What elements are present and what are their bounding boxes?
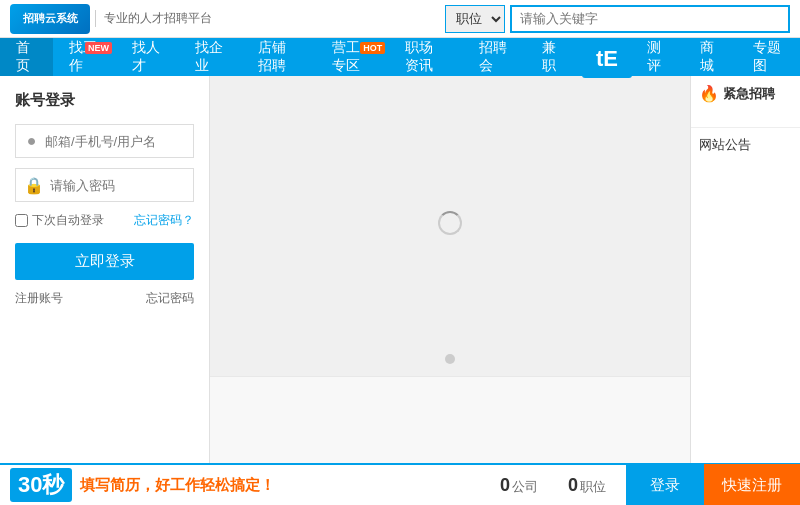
register-link[interactable]: 注册账号 <box>15 290 63 307</box>
bottom-buttons: 登录 快速注册 <box>626 464 800 505</box>
notice-title: 网站公告 <box>699 136 792 154</box>
search-input[interactable] <box>510 5 790 33</box>
job-count: 0 <box>568 475 578 496</box>
main-nav: 首页 找工作 NEW 找人才 找企业 店铺招聘 营工专区 HOT 职场资讯 招聘… <box>0 38 800 76</box>
loading-spinner <box>438 211 462 235</box>
forgot-link-bottom[interactable]: 忘记密码 <box>146 290 194 307</box>
banner-area <box>210 76 690 376</box>
nav-item-yingong[interactable]: 营工专区 HOT <box>316 38 390 76</box>
urgent-title: 紧急招聘 <box>723 85 775 103</box>
email-field[interactable] <box>45 134 185 149</box>
fire-icon: 🔥 <box>699 84 719 103</box>
right-panel: 🔥 紧急招聘 网站公告 <box>690 76 800 466</box>
nav-item-mall[interactable]: 商城 <box>684 38 737 76</box>
remember-checkbox[interactable] <box>15 214 28 227</box>
new-badge: NEW <box>85 42 112 54</box>
nav-item-talent[interactable]: 找人才 <box>116 38 179 76</box>
stats-area: 0 公司 0 职位 <box>480 475 626 496</box>
website-notice: 网站公告 <box>691 127 800 162</box>
lock-icon: 🔒 <box>24 175 44 195</box>
nav-item-news[interactable]: 职场资讯 <box>389 38 463 76</box>
logo-icon: 招聘云系统 <box>10 4 90 34</box>
password-input-group: 🔒 <box>15 168 194 202</box>
remember-row: 下次自动登录 忘记密码？ <box>15 212 194 229</box>
login-button[interactable]: 立即登录 <box>15 243 194 280</box>
bottom-promo: 30秒 填写简历，好工作轻松搞定！ <box>0 468 480 502</box>
job-stat: 0 职位 <box>568 475 606 496</box>
urgent-recruit: 🔥 紧急招聘 <box>691 76 800 119</box>
nav-item-jobs[interactable]: 找工作 NEW <box>53 38 116 76</box>
email-input-group: ● <box>15 124 194 158</box>
nav-item-enterprise[interactable]: 找企业 <box>179 38 242 76</box>
te-badge: tE <box>582 40 632 78</box>
remember-label[interactable]: 下次自动登录 <box>15 212 104 229</box>
login-links: 注册账号 忘记密码 <box>15 290 194 307</box>
job-label: 职位 <box>580 478 606 496</box>
company-count: 0 <box>500 475 510 496</box>
logo: 招聘云系统 专业的人才招聘平台 <box>10 4 212 34</box>
bottom-login-button[interactable]: 登录 <box>626 464 704 505</box>
center-content <box>210 76 690 466</box>
login-title: 账号登录 <box>15 91 194 110</box>
password-field[interactable] <box>50 178 190 193</box>
timer-badge: 30秒 <box>10 468 72 502</box>
bottom-bar: 30秒 填写简历，好工作轻松搞定！ 0 公司 0 职位 登录 快速注册 <box>0 463 800 505</box>
logo-slogan: 专业的人才招聘平台 <box>95 10 212 27</box>
nav-item-fair[interactable]: 招聘会 <box>463 38 526 76</box>
nav-item-parttime[interactable]: 兼职 <box>526 38 579 76</box>
forgot-link-inline[interactable]: 忘记密码？ <box>134 212 194 229</box>
search-select[interactable]: 职位 <box>445 5 505 33</box>
urgent-header: 🔥 紧急招聘 <box>699 84 792 103</box>
nav-item-special[interactable]: 专题图 <box>737 38 800 76</box>
nav-item-home[interactable]: 首页 <box>0 38 53 76</box>
nav-item-eval[interactable]: 测评 <box>631 38 684 76</box>
sub-banner <box>210 376 690 466</box>
company-label: 公司 <box>512 478 538 496</box>
header: 招聘云系统 专业的人才招聘平台 职位 <box>0 0 800 38</box>
user-icon: ● <box>24 131 39 151</box>
nav-item-store[interactable]: 店铺招聘 <box>242 38 316 76</box>
banner-dot <box>445 354 455 364</box>
hot-badge: HOT <box>360 42 385 54</box>
login-panel: 账号登录 ● 🔒 下次自动登录 忘记密码？ 立即登录 注册账号 忘记密码 <box>0 76 210 466</box>
main-content: 账号登录 ● 🔒 下次自动登录 忘记密码？ 立即登录 注册账号 忘记密码 <box>0 76 800 466</box>
header-search: 职位 <box>445 5 790 33</box>
promo-text: 填写简历，好工作轻松搞定！ <box>80 476 275 495</box>
company-stat: 0 公司 <box>500 475 538 496</box>
bottom-register-button[interactable]: 快速注册 <box>704 464 800 505</box>
